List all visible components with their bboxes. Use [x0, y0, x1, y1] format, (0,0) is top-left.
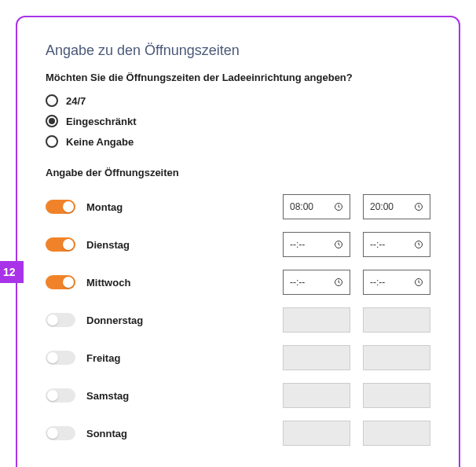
clock-icon	[414, 278, 423, 287]
opening-hours-panel: 12 Angabe zu den Öffnungszeiten Möchten …	[16, 16, 460, 467]
days-list: Montag08:0020:00Dienstag--:----:--Mittwo…	[46, 194, 430, 446]
toggle-knob	[63, 277, 74, 288]
day-row: Freitag	[46, 345, 430, 370]
toggle-knob	[47, 352, 58, 363]
radio-icon	[46, 135, 58, 148]
time-input-from	[283, 345, 350, 370]
day-toggle[interactable]	[46, 200, 75, 214]
clock-icon	[334, 278, 343, 287]
time-input-to	[363, 307, 430, 333]
time-input-to[interactable]: --:--	[363, 232, 430, 257]
time-inputs	[283, 307, 430, 333]
time-input-from	[283, 421, 350, 446]
toggle-knob	[47, 390, 58, 401]
time-value: --:--	[290, 239, 305, 250]
time-inputs	[283, 345, 430, 370]
time-input-to	[363, 345, 430, 370]
day-row: Sonntag	[46, 421, 430, 446]
time-input-from	[283, 383, 350, 408]
toggle-knob	[63, 239, 74, 250]
day-label: Dienstag	[86, 239, 157, 251]
clock-icon	[334, 202, 343, 211]
time-input-to	[363, 383, 430, 408]
radio-option-2[interactable]: Keine Angabe	[46, 135, 430, 148]
time-value: 20:00	[370, 201, 394, 212]
day-label: Mittwoch	[86, 277, 157, 289]
time-value: --:--	[370, 239, 385, 250]
day-row: Samstag	[46, 383, 430, 408]
time-input-from	[283, 307, 350, 333]
radio-label: Keine Angabe	[66, 136, 134, 148]
day-row: Donnerstag	[46, 307, 430, 333]
day-label: Montag	[86, 201, 157, 213]
time-inputs: --:----:--	[283, 232, 430, 257]
hours-subheading: Angabe der Öffnungszeiten	[46, 167, 430, 178]
time-input-to[interactable]: --:--	[363, 270, 430, 295]
toggle-knob	[63, 201, 74, 212]
step-badge: 12	[0, 261, 24, 283]
day-label: Sonntag	[86, 428, 157, 439]
time-input-from[interactable]: 08:00	[283, 194, 350, 219]
radio-question: Möchten Sie die Öffnungszeiten der Ladee…	[46, 72, 430, 83]
time-input-from[interactable]: --:--	[283, 270, 350, 295]
clock-icon	[414, 240, 423, 249]
panel-title: Angabe zu den Öffnungszeiten	[46, 42, 430, 59]
toggle-knob	[47, 428, 58, 439]
radio-icon	[46, 115, 58, 127]
time-inputs: 08:0020:00	[283, 194, 430, 219]
time-inputs: --:----:--	[283, 270, 430, 295]
day-row: Montag08:0020:00	[46, 194, 430, 219]
time-value: --:--	[290, 277, 305, 288]
day-row: Dienstag--:----:--	[46, 232, 430, 257]
radio-group: 24/7EingeschränktKeine Angabe	[46, 94, 430, 148]
day-toggle[interactable]	[46, 426, 75, 440]
day-label: Donnerstag	[86, 314, 157, 326]
time-inputs	[283, 421, 430, 446]
day-label: Samstag	[86, 390, 157, 402]
day-toggle[interactable]	[46, 275, 75, 289]
clock-icon	[414, 202, 423, 211]
toggle-knob	[47, 314, 58, 325]
day-toggle[interactable]	[46, 237, 75, 252]
day-toggle[interactable]	[46, 388, 75, 403]
clock-icon	[334, 240, 343, 249]
radio-label: Eingeschränkt	[66, 116, 137, 127]
time-value: --:--	[370, 277, 385, 288]
radio-option-1[interactable]: Eingeschränkt	[46, 115, 430, 127]
time-input-to	[363, 421, 430, 446]
radio-label: 24/7	[66, 95, 86, 107]
time-value: 08:00	[290, 201, 313, 212]
day-toggle[interactable]	[46, 313, 75, 327]
time-input-from[interactable]: --:--	[283, 232, 350, 257]
day-row: Mittwoch--:----:--	[46, 270, 430, 295]
day-label: Freitag	[86, 352, 157, 364]
time-inputs	[283, 383, 430, 408]
day-toggle[interactable]	[46, 351, 75, 365]
radio-icon	[46, 94, 58, 107]
time-input-to[interactable]: 20:00	[363, 194, 430, 219]
radio-option-0[interactable]: 24/7	[46, 94, 430, 107]
